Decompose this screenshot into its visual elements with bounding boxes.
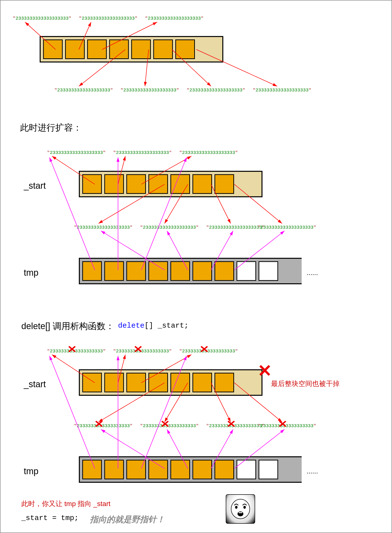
wild-comment: 指向的就是野指针！ [90, 514, 165, 525]
ellipsis: ...... [307, 467, 318, 475]
x-icon: ✕ [67, 344, 77, 355]
label-s2-t1: "2333333333333333333" [113, 150, 172, 155]
cell [131, 39, 151, 59]
section-2: "2333333333333333333" "23333333333333333… [0, 138, 392, 309]
label-s2-t0: "2333333333333333333" [47, 150, 106, 155]
cell [237, 460, 256, 479]
cell [192, 373, 212, 392]
cell [170, 174, 190, 194]
section-1: "2333333333333333333" "23333333333333333… [0, 0, 392, 123]
cell [126, 460, 146, 479]
x-icon: ✕ [199, 344, 209, 355]
ellipsis: ...... [307, 269, 318, 277]
delete-code: delete[] _start; [118, 322, 189, 330]
cell [175, 39, 195, 59]
label-s1-b2: "2333333333333333333" [187, 87, 245, 93]
cell [214, 261, 234, 281]
cell [104, 174, 124, 194]
cell [170, 460, 190, 479]
x-icon: ✕ [133, 344, 143, 355]
cell [65, 39, 85, 59]
x-icon: ✕ [278, 418, 288, 430]
label-s1-b1: "2333333333333333333" [120, 87, 179, 93]
label-s2-m3: "2333333333333333333" [258, 225, 316, 230]
x-icon: ✕ [94, 418, 104, 430]
heading-delete: delete[] 调用析构函数： [21, 320, 114, 332]
cell [237, 261, 256, 281]
heading-text: delete[] 调用析构函数： [21, 321, 114, 331]
cell [126, 373, 146, 392]
cell [82, 261, 102, 281]
x-icon: ✕ [160, 418, 170, 430]
cell [148, 460, 168, 479]
label-s2-m2: "2333333333333333333" [206, 225, 265, 230]
svg-rect-39 [239, 512, 242, 513]
cell [126, 261, 146, 281]
cell [109, 39, 129, 59]
cell [87, 39, 107, 59]
heading-expand: 此时进行扩容： [20, 122, 82, 134]
cell [214, 460, 234, 479]
cell [82, 460, 102, 479]
cell [170, 261, 190, 281]
meme-face-icon [226, 494, 255, 524]
cell [214, 174, 234, 194]
start-label: _start [24, 181, 46, 191]
mem-block-1 [40, 36, 223, 62]
label-s1-t1: "2333333333333333333" [79, 16, 137, 21]
cell [153, 39, 173, 59]
bottom-note: 此时，你又让 tmp 指向 _start [21, 499, 110, 508]
mem-start [79, 171, 262, 197]
cell [148, 373, 168, 392]
label-s2-m0: "2333333333333333333" [74, 225, 132, 230]
label-s2-t2: "2333333333333333333" [179, 150, 238, 155]
label-s1-b0: "2333333333333333333" [54, 87, 113, 93]
cell [43, 39, 63, 59]
cell [104, 373, 124, 392]
cell [104, 261, 124, 281]
cell [148, 261, 168, 281]
svg-point-37 [243, 506, 246, 509]
cell [82, 174, 102, 194]
tmp-label: tmp [24, 466, 38, 476]
big-x-icon: ✕ [258, 361, 272, 381]
cell [214, 373, 234, 392]
label-s2-m1: "2333333333333333333" [140, 225, 199, 230]
x-icon: ✕ [226, 418, 236, 430]
cell [259, 261, 278, 281]
assign-code: _start = tmp; [21, 514, 79, 522]
label-s1-t2: "2333333333333333333" [145, 16, 203, 21]
diagram-page: "2333333333333333333" "23333333333333333… [0, 0, 392, 533]
cell [192, 174, 212, 194]
cell [170, 373, 190, 392]
start-label: _start [24, 379, 46, 389]
cell [192, 460, 212, 479]
mem-tmp-del [79, 456, 302, 483]
cell [148, 174, 168, 194]
label-s1-b3: "2333333333333333333" [253, 87, 311, 93]
cell [104, 460, 124, 479]
cell [259, 460, 278, 479]
cell [126, 174, 146, 194]
delete-annotation: 最后整块空间也被干掉 [271, 379, 340, 388]
mem-tmp [79, 258, 302, 284]
label-s1-t0: "2333333333333333333" [13, 16, 71, 21]
tmp-label: tmp [24, 268, 38, 278]
mem-start-del [79, 369, 262, 396]
cell [192, 261, 212, 281]
svg-point-36 [235, 506, 238, 509]
cell [82, 373, 102, 392]
section-3: "2333333333333333333" ✕ "233333333333333… [0, 336, 392, 520]
